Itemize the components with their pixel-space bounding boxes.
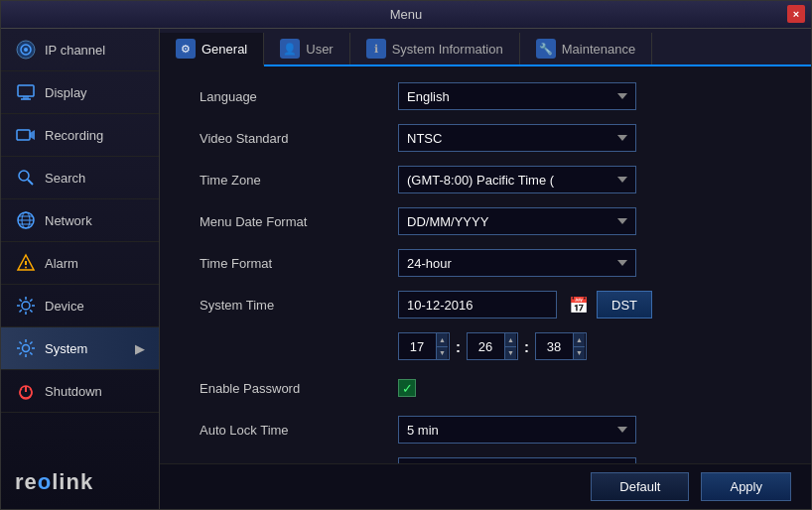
hour-arrows: ▲ ▼ <box>436 333 448 359</box>
sidebar-label-display: Display <box>45 85 87 100</box>
shutdown-icon <box>15 380 37 402</box>
language-row: Language English Chinese Spanish <box>200 82 771 110</box>
sidebar-label-search: Search <box>45 171 85 186</box>
sidebar-item-shutdown[interactable]: Shutdown <box>1 370 159 413</box>
sidebar-item-recording[interactable]: Recording <box>1 114 159 157</box>
svg-line-9 <box>28 180 33 185</box>
second-down-arrow[interactable]: ▼ <box>573 347 585 360</box>
hour-down-arrow[interactable]: ▼ <box>436 347 448 360</box>
bottom-bar: Default Apply <box>160 463 811 509</box>
close-button[interactable]: × <box>787 5 805 23</box>
sidebar: IP channel Display <box>1 29 160 509</box>
sidebar-item-search[interactable]: Search <box>1 157 159 199</box>
sidebar-item-display[interactable]: Display <box>1 71 159 114</box>
tab-general-label: General <box>202 42 247 57</box>
tab-bar: ⚙ General 👤 User ℹ System Information 🔧 … <box>160 29 811 66</box>
time-spinner-row: ▲ ▼ : ▲ ▼ : <box>200 332 771 360</box>
minute-spinner: ▲ ▼ <box>467 332 518 360</box>
tab-sysinfo-label: System Information <box>392 42 503 57</box>
sidebar-item-system[interactable]: System ▶ <box>1 327 159 370</box>
language-label: Language <box>200 89 398 104</box>
timezone-control: (GMT-8:00) Pacific Time ( (GMT-5:00) Eas… <box>398 166 636 193</box>
system-icon <box>15 337 37 359</box>
sidebar-item-alarm[interactable]: Alarm <box>1 242 159 285</box>
date-format-control: DD/MM/YYYY MM/DD/YYYY YYYY/MM/DD <box>398 207 636 235</box>
network-icon <box>15 209 37 231</box>
timezone-row: Time Zone (GMT-8:00) Pacific Time ( (GMT… <box>200 166 771 193</box>
enable-password-row: Enable Password ✓ <box>200 374 771 402</box>
svg-rect-6 <box>17 130 30 140</box>
sidebar-item-device[interactable]: Device <box>1 285 159 327</box>
date-input[interactable] <box>398 291 557 319</box>
dst-button[interactable]: DST <box>597 291 652 319</box>
device-icon <box>15 295 37 317</box>
maintenance-tab-icon: 🔧 <box>536 39 556 59</box>
time-colon-1: : <box>456 338 461 355</box>
video-standard-label: Video Standard <box>200 131 398 146</box>
second-up-arrow[interactable]: ▲ <box>573 333 585 347</box>
general-tab-icon: ⚙ <box>176 39 196 59</box>
date-format-select[interactable]: DD/MM/YYYY MM/DD/YYYY YYYY/MM/DD <box>398 207 636 235</box>
sidebar-label-shutdown: Shutdown <box>45 384 102 399</box>
date-format-row: Menu Date Format DD/MM/YYYY MM/DD/YYYY Y… <box>200 207 771 235</box>
sidebar-label-system: System <box>45 341 87 356</box>
svg-rect-3 <box>18 85 34 96</box>
hour-up-arrow[interactable]: ▲ <box>436 333 448 347</box>
search-icon <box>15 167 37 189</box>
system-time-row: System Time 📅 DST <box>200 291 771 319</box>
minute-up-arrow[interactable]: ▲ <box>504 333 516 347</box>
sidebar-label-alarm: Alarm <box>45 256 78 271</box>
tab-maintenance-label: Maintenance <box>562 42 635 57</box>
recording-icon <box>15 124 37 146</box>
tab-general[interactable]: ⚙ General <box>160 33 264 66</box>
auto-lock-label: Auto Lock Time <box>200 423 398 438</box>
date-format-label: Menu Date Format <box>200 214 398 229</box>
sidebar-label-recording: Recording <box>45 128 103 143</box>
sidebar-item-ip-channel[interactable]: IP channel <box>1 29 159 71</box>
time-format-label: Time Format <box>200 256 398 271</box>
alarm-icon <box>15 252 37 274</box>
calendar-icon[interactable]: 📅 <box>569 296 589 315</box>
auto-lock-select[interactable]: 5 min 10 min 30 min Never <box>398 416 636 444</box>
sysinfo-tab-icon: ℹ <box>366 39 386 59</box>
second-arrows: ▲ ▼ <box>573 333 585 359</box>
sidebar-label-ip-channel: IP channel <box>45 43 105 58</box>
window: Menu × IP channel <box>0 0 812 510</box>
default-button[interactable]: Default <box>591 472 689 501</box>
tab-user[interactable]: 👤 User <box>264 33 349 64</box>
sidebar-label-network: Network <box>45 213 92 228</box>
tab-system-info[interactable]: ℹ System Information <box>350 33 520 64</box>
language-control: English Chinese Spanish <box>398 82 636 110</box>
system-time-label: System Time <box>200 298 398 313</box>
svg-point-17 <box>25 267 27 269</box>
video-standard-row: Video Standard NTSC PAL <box>200 124 771 152</box>
minute-arrows: ▲ ▼ <box>504 333 516 359</box>
svg-point-19 <box>23 345 30 352</box>
enable-password-label: Enable Password <box>200 381 398 396</box>
timezone-select[interactable]: (GMT-8:00) Pacific Time ( (GMT-5:00) Eas… <box>398 166 636 193</box>
second-spinner: ▲ ▼ <box>535 332 587 360</box>
sidebar-item-network[interactable]: Network <box>1 199 159 242</box>
user-tab-icon: 👤 <box>280 39 300 59</box>
time-colon-2: : <box>524 338 529 355</box>
enable-password-checkbox[interactable]: ✓ <box>398 379 416 397</box>
title-bar: Menu × <box>1 1 811 29</box>
auto-lock-control: 5 min 10 min 30 min Never <box>398 416 636 444</box>
svg-point-18 <box>22 302 30 310</box>
apply-button[interactable]: Apply <box>701 472 791 501</box>
hour-spinner: ▲ ▼ <box>398 332 450 360</box>
svg-point-8 <box>19 171 29 181</box>
minute-down-arrow[interactable]: ▼ <box>504 347 516 360</box>
video-standard-select[interactable]: NTSC PAL <box>398 124 636 152</box>
time-format-row: Time Format 24-hour 12-hour <box>200 249 771 277</box>
tab-user-label: User <box>306 42 333 57</box>
sidebar-label-device: Device <box>45 299 84 314</box>
time-format-select[interactable]: 24-hour 12-hour <box>398 249 636 277</box>
system-expand-arrow: ▶ <box>135 341 145 356</box>
language-select[interactable]: English Chinese Spanish <box>398 82 636 110</box>
main-content: ⚙ General 👤 User ℹ System Information 🔧 … <box>160 29 811 509</box>
timezone-label: Time Zone <box>200 173 398 188</box>
form-area: Language English Chinese Spanish Video S… <box>160 66 811 463</box>
tab-maintenance[interactable]: 🔧 Maintenance <box>520 33 652 64</box>
time-spinners: ▲ ▼ : ▲ ▼ : <box>398 332 587 360</box>
